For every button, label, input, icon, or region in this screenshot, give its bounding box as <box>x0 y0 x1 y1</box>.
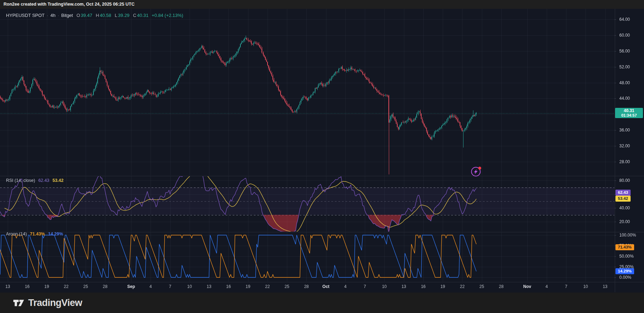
aroon-title: Aroon (14) <box>6 232 27 237</box>
time-axis-label: 4 <box>344 284 346 289</box>
rsi-axis-label: 20.00 <box>615 219 644 225</box>
time-axis-label: 7 <box>169 284 171 289</box>
time-axis-label: 28 <box>499 284 503 289</box>
aroon-axis-label: 50.00% <box>615 253 644 259</box>
time-axis-month-label: Nov <box>523 284 531 289</box>
price-axis-label: 28.00 <box>615 159 644 165</box>
last-price-badge: 40.31 01:34:57 <box>615 108 643 118</box>
time-axis-label: 10 <box>382 284 387 289</box>
price-axis-label: 64.00 <box>615 17 644 22</box>
high-label: H <box>96 13 99 18</box>
time-axis-label: 16 <box>226 284 231 289</box>
rsi-ma-value-badge: 53.42 <box>615 196 631 202</box>
time-axis-label: 4 <box>149 284 152 289</box>
rsi-axis-label: 80.00 <box>615 178 644 183</box>
time-axis-month-label: Oct <box>323 284 330 289</box>
time-axis-label: 7 <box>565 284 568 289</box>
change-value: +0.84 (+2.13%) <box>152 13 183 18</box>
time-axis-label: 22 <box>460 284 465 289</box>
time-axis-label: 16 <box>25 284 30 289</box>
time-axis-label: 25 <box>284 284 289 289</box>
time-axis-label: 10 <box>187 284 192 289</box>
price-axis-label: 60.00 <box>615 32 644 38</box>
aroon-axis-label: 100.00% <box>615 232 644 238</box>
last-price-value: 40.31 <box>615 109 643 113</box>
chart-canvas[interactable] <box>0 0 644 313</box>
symbol-name: HYPEUSDT SPOT <box>6 13 45 18</box>
price-axis-label: 56.00 <box>615 48 644 54</box>
symbol-legend[interactable]: HYPEUSDT SPOT · 4h · Bitget O 39.47 H 40… <box>6 13 183 18</box>
rsi-legend[interactable]: RSI (14, close) 62.43 53.42 <box>6 178 63 183</box>
close-label: C <box>133 13 136 18</box>
aroon-up-value: 71.43% <box>30 232 45 237</box>
time-axis-label: 13 <box>207 284 211 289</box>
legend-separator: · <box>47 13 48 18</box>
price-axis-label: 48.00 <box>615 80 644 86</box>
rsi-value-badge: 62.43 <box>615 190 631 196</box>
aroon-up-badge: 71.43% <box>615 244 634 250</box>
price-axis-label: 36.00 <box>615 127 644 133</box>
aroon-down-badge: 14.29% <box>615 268 634 274</box>
time-axis-label: 25 <box>479 284 484 289</box>
rsi-ma-value: 53.42 <box>53 178 63 183</box>
aroon-down-value: 14.29% <box>48 232 63 237</box>
lightning-event-icon[interactable] <box>469 165 483 179</box>
tradingview-logo-icon[interactable] <box>13 297 25 309</box>
open-value: 39.47 <box>81 13 92 18</box>
attribution-text: Ron2ee created with TradingView.com, Oct… <box>4 2 135 7</box>
price-axis-label: 44.00 <box>615 96 644 101</box>
price-axis-label: 52.00 <box>615 64 644 70</box>
low-value: 39.29 <box>118 13 130 18</box>
time-axis-label: 19 <box>246 284 250 289</box>
time-axis-label: 28 <box>103 284 108 289</box>
open-label: O <box>76 13 80 18</box>
symbol-exchange: Bitget <box>61 13 73 18</box>
time-axis-label: 16 <box>421 284 425 289</box>
symbol-interval: 4h <box>50 13 55 18</box>
rsi-value: 62.43 <box>38 178 49 183</box>
time-axis-label: 25 <box>83 284 88 289</box>
time-axis-label: 13 <box>401 284 406 289</box>
legend-separator: · <box>57 13 59 18</box>
time-axis-label: 22 <box>265 284 270 289</box>
time-axis-month-label: Sep <box>127 284 135 289</box>
time-axis-label: 19 <box>440 284 445 289</box>
tradingview-brand-text[interactable]: TradingView <box>28 297 82 308</box>
rsi-title: RSI (14, close) <box>6 178 35 183</box>
time-axis-label: 13 <box>603 284 607 289</box>
aroon-axis-label: 0.00% <box>615 275 644 280</box>
attribution-bar: Ron2ee created with TradingView.com, Oct… <box>0 0 644 9</box>
time-axis-label: 19 <box>44 284 49 289</box>
time-axis-label: 13 <box>5 284 10 289</box>
price-axis-label: 32.00 <box>615 143 644 149</box>
time-axis-label: 4 <box>546 284 548 289</box>
time-axis-label: 28 <box>304 284 309 289</box>
rsi-axis-label: 40.00 <box>615 205 644 211</box>
tradingview-chart-window: Ron2ee created with TradingView.com, Oct… <box>0 0 644 313</box>
time-axis-label: 7 <box>364 284 366 289</box>
bar-countdown: 01:34:57 <box>615 113 643 117</box>
time-axis-label: 22 <box>64 284 68 289</box>
low-label: L <box>115 13 117 18</box>
footer-bar: TradingView <box>0 293 644 313</box>
high-value: 40.58 <box>100 13 111 18</box>
close-value: 40.31 <box>137 13 149 18</box>
aroon-legend[interactable]: Aroon (14) 71.43% 14.29% <box>6 232 63 237</box>
time-axis-label: 10 <box>583 284 588 289</box>
